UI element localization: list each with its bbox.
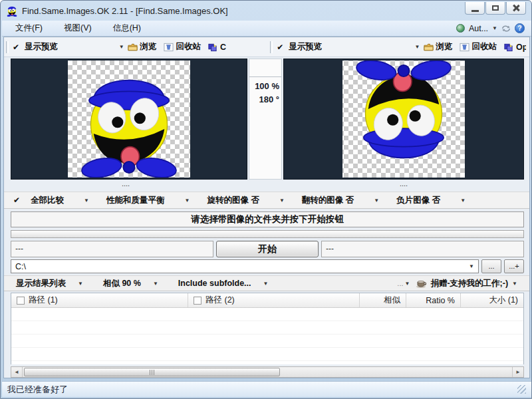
results-table-body[interactable] xyxy=(11,308,523,364)
horizontal-scrollbar[interactable]: ◄ ► xyxy=(11,366,524,378)
close-button[interactable] xyxy=(506,2,526,15)
column-header-path1[interactable]: 路径 (1) xyxy=(11,293,188,307)
maximize-icon xyxy=(492,5,499,11)
extra-left-label: C xyxy=(220,43,226,52)
zoom-value: 100 % xyxy=(251,80,279,93)
minimize-button[interactable] xyxy=(465,2,485,15)
recycle-bin-icon xyxy=(164,43,174,52)
browse-right-label: 浏览 xyxy=(436,41,453,53)
scroll-right-icon[interactable]: ► xyxy=(512,367,523,377)
subfolders-label: Include subfolde... xyxy=(178,279,251,288)
select-all-path2-checkbox[interactable] xyxy=(194,297,201,305)
extra-right-label: Op xyxy=(516,43,526,52)
language-selector[interactable]: Aut... xyxy=(469,24,488,33)
table-row xyxy=(11,308,523,364)
maximize-button[interactable] xyxy=(485,2,505,15)
gripper-icon xyxy=(6,41,9,53)
minimize-icon xyxy=(471,10,479,12)
quality-dropdown[interactable]: 性能和质量平衡 ▼ xyxy=(106,195,190,206)
negative-images-dropdown[interactable]: 负片图像 否 ▼ xyxy=(396,195,466,206)
recycle-right-button[interactable]: 回收站 xyxy=(456,40,501,54)
menu-bar: 文件(F) 视图(V) 信息(H) Aut... ▼ ? xyxy=(2,21,531,37)
browse-folder-button[interactable]: ... xyxy=(481,259,501,273)
recycle-bin-icon xyxy=(460,43,469,52)
show-preview-left-checkbox[interactable]: ✔ xyxy=(13,43,19,52)
title-bar: Find.Same.Images.OK 2.11 - [Find.Same.Im… xyxy=(2,2,531,19)
browse-right-button[interactable]: 浏览 xyxy=(420,40,456,54)
flipped-images-dropdown[interactable]: 翻转的图像 否 ▼ xyxy=(302,195,379,206)
folder-path-combobox[interactable]: C:\ ▼ xyxy=(11,259,479,273)
status-text: 我已经准备好了 xyxy=(7,384,68,396)
chevron-down-icon[interactable]: ▼ xyxy=(469,263,474,269)
chevron-down-icon: ▼ xyxy=(153,281,158,287)
similarity-dropdown[interactable]: 相似 90 % ▼ xyxy=(103,278,158,289)
preview-left-dropdown-icon[interactable]: ▼ xyxy=(119,44,124,50)
more-label: ... xyxy=(397,279,403,287)
rotated-images-dropdown[interactable]: 旋转的图像 否 ▼ xyxy=(207,195,284,206)
similarity-label: 相似 90 % xyxy=(103,278,141,289)
menu-file[interactable]: 文件(F) xyxy=(7,21,51,36)
preview-toolbars: ✔ 显示预览 ▼ 浏览 回收站 C ✔ 显示预览 xyxy=(4,37,529,57)
preview-caption-left: .... xyxy=(4,180,247,188)
window-title: Find.Same.Images.OK 2.11 - [Find.Same.Im… xyxy=(22,6,228,16)
results-table-header: 路径 (1) 路径 (2) 相似 Ratio % 大小 (1) xyxy=(11,293,523,308)
more-dropdown[interactable]: ... ▼ xyxy=(397,279,410,287)
path1-label: 路径 (1) xyxy=(29,295,58,306)
preview-panel-right[interactable] xyxy=(283,59,524,180)
browse-left-label: 浏览 xyxy=(140,41,157,53)
menu-view[interactable]: 视图(V) xyxy=(56,21,100,36)
column-header-similar[interactable]: 相似 xyxy=(360,293,406,307)
flipped-images-label: 翻转的图像 否 xyxy=(302,195,354,206)
donate-link[interactable]: 捐赠-支持我的工作;-) ▼ xyxy=(410,278,517,289)
extra-left-button[interactable]: C xyxy=(204,41,229,53)
instruction-message: 请选择带图像的文件夹并按下开始按钮 xyxy=(11,211,524,227)
update-icon[interactable] xyxy=(501,25,511,32)
chevron-down-icon: ▼ xyxy=(263,281,269,287)
scroll-left-icon[interactable]: ◄ xyxy=(11,367,23,377)
recycle-left-label: 回收站 xyxy=(176,41,201,53)
select-all-path1-checkbox[interactable] xyxy=(17,297,25,305)
preview-image-left xyxy=(68,61,190,178)
show-preview-right-checkbox[interactable]: ✔ xyxy=(277,43,283,52)
chevron-down-icon: ▼ xyxy=(460,198,466,203)
copy-icon xyxy=(503,43,513,52)
client-area: ✔ 显示预览 ▼ 浏览 回收站 C ✔ 显示预览 xyxy=(3,37,530,378)
recycle-left-button[interactable]: 回收站 xyxy=(160,40,205,54)
show-preview-right-label: 显示预览 xyxy=(289,41,322,53)
quality-label: 性能和质量平衡 xyxy=(106,195,165,206)
browse-left-button[interactable]: 浏览 xyxy=(124,40,160,54)
language-dropdown-icon[interactable]: ▼ xyxy=(492,25,497,31)
column-header-path2[interactable]: 路径 (2) xyxy=(188,293,360,307)
similar-label: 相似 xyxy=(384,295,400,306)
compare-mode-dropdown[interactable]: ✔ 全部比较 ▼ xyxy=(13,195,89,206)
language-globe-icon xyxy=(456,24,465,33)
menu-info[interactable]: 信息(H) xyxy=(105,21,149,36)
result-list-dropdown[interactable]: 显示结果列表 ▼ xyxy=(16,278,83,289)
results-table: 路径 (1) 路径 (2) 相似 Ratio % 大小 (1) xyxy=(11,293,524,364)
status-bar: 我已经准备好了 xyxy=(2,381,531,397)
gripper-icon xyxy=(270,41,273,53)
status-field-right: --- xyxy=(321,241,524,257)
start-button[interactable]: 开始 xyxy=(216,241,319,257)
extra-right-button[interactable]: Op xyxy=(500,41,529,53)
toolbar-left: ✔ 显示预览 ▼ 浏览 回收站 C xyxy=(4,37,229,57)
preview-panel-left[interactable] xyxy=(11,59,247,180)
column-header-size[interactable]: 大小 (1) xyxy=(461,293,523,307)
resize-grip[interactable] xyxy=(517,385,526,394)
zoom-rotation-strip: 100 % 180 ° xyxy=(249,59,282,180)
show-preview-left-label: 显示预览 xyxy=(25,41,58,53)
app-window: Find.Same.Images.OK 2.11 - [Find.Same.Im… xyxy=(0,0,532,399)
chevron-down-icon: ▼ xyxy=(84,198,89,203)
folder-path-value: C:\ xyxy=(15,262,26,271)
preview-right-dropdown-icon[interactable]: ▼ xyxy=(415,44,420,50)
recycle-right-label: 回收站 xyxy=(472,41,497,53)
column-header-ratio[interactable]: Ratio % xyxy=(406,293,461,307)
scrollbar-thumb[interactable] xyxy=(24,368,280,376)
status-field-left: --- xyxy=(11,241,213,257)
app-icon xyxy=(6,5,18,17)
compare-checkbox[interactable]: ✔ xyxy=(13,196,20,205)
subfolders-dropdown[interactable]: Include subfolde... ▼ xyxy=(178,279,269,288)
help-icon[interactable]: ? xyxy=(515,23,525,33)
donate-label: 捐赠-支持我的工作;-) xyxy=(430,278,508,289)
add-folder-button[interactable]: ...+ xyxy=(504,259,524,273)
